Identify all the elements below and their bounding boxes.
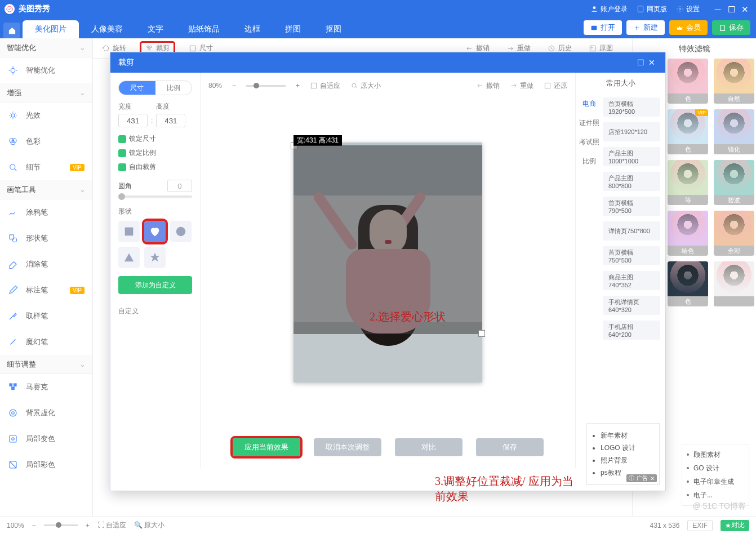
- crop-zoom-out[interactable]: −: [232, 82, 236, 90]
- shape-star[interactable]: [144, 247, 166, 268]
- group-smart[interactable]: 智能优化⌄: [0, 38, 92, 57]
- filter-thumb[interactable]: 色VIP: [668, 109, 708, 154]
- minimize-icon[interactable]: ─: [711, 5, 724, 14]
- tab-portrait[interactable]: 人像美容: [79, 20, 135, 38]
- dialog-close-icon[interactable]: ✕: [646, 58, 657, 67]
- crop-zoom-slider[interactable]: [246, 85, 286, 87]
- status-fit[interactable]: ⛶ 自适应: [97, 520, 126, 530]
- dialog-maximize-icon[interactable]: ☐: [635, 58, 646, 67]
- filter-thumb[interactable]: 等: [668, 160, 708, 205]
- filter-thumb[interactable]: 自然: [714, 59, 754, 104]
- sidebar-item-magic[interactable]: 魔幻笔: [0, 329, 92, 355]
- crop-orig[interactable]: 原大小: [350, 81, 381, 91]
- add-custom-button[interactable]: 添加为自定义: [118, 276, 192, 294]
- crop-bounds[interactable]: 宽:431 高:431: [293, 145, 482, 334]
- preset-item[interactable]: 首页横幅750*500: [603, 246, 660, 265]
- preset-item[interactable]: 店招1920*120: [603, 122, 660, 141]
- segment-ratio[interactable]: 比例: [155, 81, 192, 95]
- filter-thumb[interactable]: 锐化: [714, 109, 754, 154]
- preset-item[interactable]: 商品主图740*352: [603, 271, 660, 290]
- preset-tab-exam[interactable]: 考试照: [576, 132, 603, 152]
- sidebar-item-annotate[interactable]: 标注笔VIP: [0, 277, 92, 303]
- tab-collage[interactable]: 拼图: [273, 20, 313, 38]
- list-item[interactable]: GO 设计: [687, 461, 744, 475]
- filter-thumb[interactable]: [714, 261, 754, 306]
- crop-undo[interactable]: 撤销: [476, 81, 500, 91]
- ad-item[interactable]: 新年素材: [601, 429, 653, 442]
- filter-thumb[interactable]: 色: [668, 261, 708, 306]
- filter-thumb[interactable]: 色: [668, 59, 708, 104]
- preset-item[interactable]: 产品主图800*800: [603, 172, 660, 191]
- crop-photo[interactable]: 宽:431 高:431: [293, 143, 482, 382]
- tab-sticker[interactable]: 贴纸饰品: [176, 20, 232, 38]
- new-button[interactable]: 新建: [626, 20, 665, 35]
- shape-circle[interactable]: [170, 221, 192, 242]
- member-button[interactable]: 会员: [669, 20, 708, 35]
- status-orig[interactable]: 🔍 原大小: [134, 520, 164, 530]
- home-button[interactable]: [3, 23, 20, 38]
- sidebar-item-sample[interactable]: 取样笔: [0, 303, 92, 329]
- filter-thumb[interactable]: 绘色: [668, 211, 708, 256]
- ad-close[interactable]: ⓘ广告 ✕: [626, 474, 657, 482]
- crop-restore[interactable]: 还原: [544, 81, 567, 91]
- segment-size[interactable]: 尺寸: [119, 81, 155, 95]
- shape-square[interactable]: [118, 221, 140, 242]
- settings-button[interactable]: 设置: [676, 5, 700, 14]
- login-button[interactable]: 账户登录: [590, 5, 628, 14]
- sidebar-item-color[interactable]: 色彩: [0, 128, 92, 154]
- sidebar-item-recolor[interactable]: 局部变色: [0, 426, 92, 452]
- exif-button[interactable]: EXIF: [687, 520, 713, 531]
- compare-button[interactable]: 对比: [395, 438, 463, 456]
- list-item[interactable]: 顾图素材: [687, 448, 744, 461]
- size-ratio-segment[interactable]: 尺寸 比例: [118, 81, 192, 95]
- status-zoom-slider[interactable]: [44, 524, 78, 526]
- preset-item[interactable]: 手机店招640*200: [603, 321, 660, 340]
- status-compare[interactable]: ★对比: [721, 520, 749, 531]
- width-input[interactable]: [118, 114, 148, 127]
- open-button[interactable]: 打开: [584, 20, 622, 35]
- list-item[interactable]: 电子...: [687, 488, 744, 502]
- group-enhance[interactable]: 增强⌄: [0, 83, 92, 103]
- apply-button[interactable]: 应用当前效果: [233, 438, 300, 456]
- preset-item[interactable]: 手机详情页640*320: [603, 296, 660, 315]
- sidebar-item-light[interactable]: 光效: [0, 103, 92, 128]
- preset-tab-ratio[interactable]: 比例: [576, 152, 603, 171]
- sidebar-item-shapebrush[interactable]: 形状笔: [0, 225, 92, 251]
- shape-heart[interactable]: [144, 221, 166, 242]
- crop-fit[interactable]: 自适应: [310, 81, 340, 91]
- preset-item[interactable]: 首页横幅790*500: [603, 197, 660, 216]
- lock-ratio[interactable]: 锁定比例: [118, 148, 156, 158]
- tab-border[interactable]: 边框: [232, 20, 273, 38]
- preset-item[interactable]: 详情页750*800: [603, 221, 660, 241]
- crop-zoom-in[interactable]: +: [296, 82, 300, 90]
- sidebar-item-mosaic[interactable]: 马赛克: [0, 374, 92, 400]
- height-input[interactable]: [156, 114, 185, 127]
- status-zoom-in[interactable]: +: [86, 522, 90, 529]
- sidebar-item-doodle[interactable]: 涂鸦笔: [0, 199, 92, 225]
- ad-item[interactable]: 照片背景: [601, 454, 653, 466]
- preset-tab-ecom[interactable]: 电商: [576, 94, 603, 113]
- round-slider[interactable]: [118, 195, 192, 198]
- round-input[interactable]: [167, 180, 192, 192]
- filter-thumb[interactable]: 碧波: [714, 160, 754, 205]
- crop-redo[interactable]: 重做: [510, 81, 533, 91]
- crop-save-button[interactable]: 保存: [476, 438, 544, 456]
- preset-tab-id[interactable]: 证件照: [576, 113, 603, 132]
- group-detail[interactable]: 细节调整⌄: [0, 355, 92, 374]
- sidebar-item-blur[interactable]: 背景虚化: [0, 400, 92, 426]
- web-button[interactable]: 网页版: [637, 5, 667, 14]
- sidebar-item-smart[interactable]: 智能优化: [0, 57, 92, 83]
- sidebar-item-partialcolor[interactable]: 局部彩色: [0, 452, 92, 478]
- list-item[interactable]: 电子印章生成: [687, 475, 744, 488]
- ad-item[interactable]: LOGO 设计: [601, 442, 653, 454]
- status-zoom-out[interactable]: −: [32, 522, 36, 529]
- sidebar-item-detail[interactable]: 细节VIP: [0, 154, 92, 180]
- group-brush[interactable]: 画笔工具⌄: [0, 180, 92, 199]
- filter-thumb[interactable]: 全彩: [714, 211, 754, 256]
- lock-size[interactable]: 锁定尺寸: [118, 134, 156, 144]
- tab-beautify[interactable]: 美化图片: [23, 20, 79, 38]
- cancel-button[interactable]: 取消本次调整: [314, 438, 381, 456]
- shape-triangle[interactable]: [118, 247, 140, 268]
- close-icon[interactable]: ✕: [738, 5, 751, 14]
- free-crop[interactable]: 自由裁剪: [118, 162, 156, 172]
